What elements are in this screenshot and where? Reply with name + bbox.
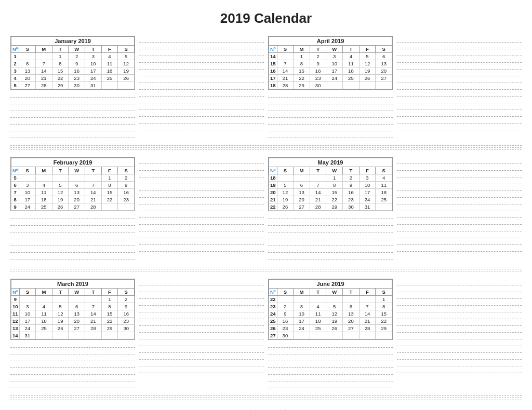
notes-column[interactable]: [397, 279, 522, 388]
note-line: [139, 319, 264, 326]
note-line: [397, 103, 522, 110]
note-line: [139, 56, 264, 63]
note-line: [268, 98, 393, 104]
note-line: [139, 312, 264, 319]
notes-area-full[interactable]: [139, 157, 264, 259]
note-line: [397, 117, 522, 124]
note-line: [139, 211, 264, 218]
notes-area-full[interactable]: [397, 36, 522, 138]
calendar-month-title: January 2019: [11, 36, 135, 45]
note-line: [139, 333, 264, 339]
note-line: [268, 361, 393, 368]
notes-area[interactable]: [268, 341, 393, 388]
note-line: [397, 245, 522, 252]
notes-area[interactable]: [268, 91, 393, 138]
note-line: [139, 204, 264, 211]
calendar-table: NºSMTWTFS1412345615789101112131614151617…: [269, 45, 392, 89]
note-line: [268, 341, 393, 348]
note-line: [397, 164, 522, 171]
note-line: [10, 348, 135, 354]
calendar-month-title: April 2019: [269, 36, 392, 45]
notes-area[interactable]: [10, 212, 135, 259]
note-line: [397, 231, 522, 238]
calendar-section: February 2019NºSMTWTFS512634567897101112…: [10, 157, 135, 259]
note-line: [10, 226, 135, 233]
note-line: [397, 177, 522, 184]
note-line: [10, 98, 135, 104]
note-line: [268, 212, 393, 219]
note-line: [397, 366, 522, 373]
note-line: [397, 312, 522, 319]
note-line: [10, 125, 135, 131]
notes-area-full[interactable]: [139, 36, 264, 138]
note-line: [268, 253, 393, 259]
note-line: [139, 164, 264, 171]
note-line: [139, 285, 264, 292]
note-line: [139, 191, 264, 198]
calendar-table: NºSMTWTFS9121034567891110111213141516121…: [11, 288, 135, 339]
note-line: [397, 76, 522, 83]
note-line: [139, 90, 264, 97]
note-line: [10, 341, 135, 348]
note-line: [268, 375, 393, 381]
note-line: [397, 238, 522, 245]
notes-area-full[interactable]: [397, 279, 522, 388]
row-separator: [10, 143, 522, 152]
note-line: [268, 226, 393, 233]
note-line: [397, 110, 522, 117]
note-line: [397, 171, 522, 177]
note-line: [268, 348, 393, 354]
notes-column[interactable]: [139, 36, 264, 138]
calendar-month-title: March 2019: [11, 279, 135, 288]
note-line: [397, 70, 522, 76]
note-line: [397, 36, 522, 43]
notes-column[interactable]: [139, 157, 264, 259]
calendar-table: NºSMTWTFS1123452678910111231314151617181…: [11, 45, 135, 89]
notes-area-full[interactable]: [139, 279, 264, 388]
note-line: [268, 91, 393, 98]
note-line: [139, 43, 264, 49]
note-line: [139, 76, 264, 83]
note-line: [139, 339, 264, 346]
note-line: [268, 381, 393, 388]
calendar-table: NºSMTWTFS2212323456782491011121314152516…: [269, 288, 392, 339]
note-line: [10, 246, 135, 253]
row-separator: [10, 393, 522, 402]
note-line: [10, 368, 135, 375]
note-line: [397, 306, 522, 312]
note-line: [10, 111, 135, 118]
calendar-grid: January 2019NºSMTWTFS1123452678910111231…: [10, 36, 522, 402]
note-line: [397, 49, 522, 56]
note-line: [139, 177, 264, 184]
note-line: [139, 353, 264, 360]
notes-area[interactable]: [10, 341, 135, 388]
note-line: [397, 319, 522, 326]
note-line: [139, 279, 264, 285]
note-line: [10, 104, 135, 111]
calendar-section: March 2019NºSMTWTFS912103456789111011121…: [10, 279, 135, 388]
note-line: [139, 70, 264, 76]
note-line: [268, 111, 393, 118]
note-line: [139, 97, 264, 103]
note-line: [10, 131, 135, 138]
note-line: [397, 218, 522, 225]
note-line: [139, 83, 264, 90]
note-line: [268, 239, 393, 246]
notes-column[interactable]: [139, 279, 264, 388]
notes-column[interactable]: [397, 157, 522, 259]
note-line: [397, 333, 522, 339]
note-line: [10, 118, 135, 125]
note-line: [139, 218, 264, 225]
notes-area-full[interactable]: [397, 157, 522, 259]
notes-area[interactable]: [268, 212, 393, 259]
row-separator: [10, 265, 522, 274]
note-line: [397, 83, 522, 90]
note-line: [397, 56, 522, 63]
note-line: [139, 198, 264, 204]
calendar-table: NºSMTWTFS5126345678971011121314151681718…: [11, 167, 135, 211]
notes-area[interactable]: [10, 91, 135, 138]
notes-column[interactable]: [397, 36, 522, 138]
note-line: [397, 97, 522, 103]
note-line: [139, 292, 264, 299]
calendar-month-title: June 2019: [269, 279, 392, 288]
